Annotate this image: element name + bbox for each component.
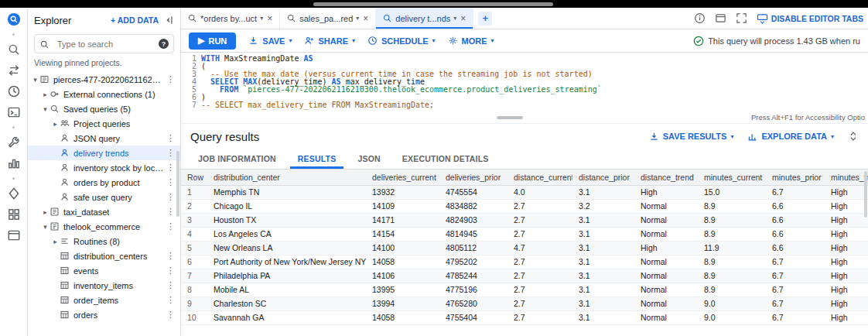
expander-icon[interactable]: ▾ [41,105,50,113]
tab-menu-caret-icon[interactable]: ▾ [356,15,359,22]
window-icon[interactable] [7,228,21,242]
close-tab-icon[interactable]: × [266,13,273,24]
tree-item-inventory-stock-by-location[interactable]: inventory stock by location⋮ [28,160,180,175]
analytics-icon[interactable] [7,156,21,170]
search-help-icon[interactable]: ? [159,39,169,49]
kebab-menu-icon[interactable]: ⋮ [164,251,177,261]
add-data-button[interactable]: + ADD DATA [111,15,159,25]
column-header-minutes-prior[interactable]: minutes_prior [766,170,825,185]
disable-editor-tabs-button[interactable]: DISABLE EDITOR TABS [757,12,863,24]
results-tab-results[interactable]: RESULTS [290,149,344,169]
expander-icon[interactable]: ▾ [31,76,39,84]
kebab-menu-icon[interactable]: ⋮ [164,74,177,84]
save-button[interactable]: SAVE▾ [248,36,292,46]
add-tab-button[interactable]: + [478,12,492,26]
more-button[interactable]: MORE▾ [448,36,494,46]
info-icon[interactable] [694,12,706,24]
column-header-row[interactable]: Row [181,170,207,185]
save-results-button[interactable]: SAVE RESULTS▾ [649,132,734,142]
collapse-panel-icon[interactable] [163,15,174,26]
more-label: MORE [462,36,487,46]
column-header-distance-current[interactable]: distance_current [507,170,572,185]
history-icon[interactable] [7,84,21,98]
column-header-deliveries-current[interactable]: deliveries_current [366,170,439,185]
fullscreen-icon[interactable] [736,12,747,24]
expander-icon[interactable]: ▸ [51,238,60,245]
grid-icon[interactable] [7,207,21,221]
kebab-menu-icon[interactable]: ⋮ [164,221,177,231]
tree-item-distribution-centers[interactable]: distribution_centers⋮ [28,249,180,263]
column-header-minutes-trend[interactable]: minutes_trend [825,170,868,185]
tree-item-events[interactable]: events⋮ [28,263,180,278]
transfer-icon[interactable] [7,63,21,77]
tree-item-orders-by-product[interactable]: orders by product⋮ [28,175,180,190]
expander-icon[interactable]: ▸ [41,91,50,98]
explore-data-button[interactable]: EXPLORE DATA▾ [747,132,834,142]
share-button[interactable]: SHARE▾ [304,36,355,46]
tree-item-orders[interactable]: orders⋮ [28,307,180,322]
column-header-minutes-current[interactable]: minutes_current [698,170,766,185]
explorer-scrollbar[interactable] [176,151,179,217]
sql-code[interactable]: WITH MaxStreamingDate AS( -- Use the max… [201,55,868,111]
table-cell: Mobile AL [207,283,366,297]
table-cell: 2.7 [507,255,572,269]
results-tab-execution-details[interactable]: EXECUTION DETAILS [395,149,497,169]
explorer-search[interactable]: ? [34,34,174,53]
expander-icon[interactable]: ▸ [41,208,50,216]
table-cell: Normal [634,227,698,241]
bigquery-logo[interactable] [7,12,21,26]
editor-tab-orders-by-uct[interactable]: *orders by...uct▾× [181,8,280,29]
results-tab-job-information[interactable]: JOB INFORMATION [190,149,284,169]
close-tab-icon[interactable]: × [362,13,369,24]
tree-item-external-connections-1[interactable]: ▸External connections (1) [28,87,180,101]
table-cell: Los Angeles CA [207,227,366,241]
tab-menu-caret-icon[interactable]: ▾ [453,15,456,22]
search-input[interactable] [57,39,155,49]
column-header-distribution-center[interactable]: distribution_center [207,170,366,185]
editor-tab-sales-pa-red[interactable]: sales_pa...red▾× [280,8,376,29]
kebab-menu-icon[interactable]: ⋮ [164,192,177,202]
query-person-icon [60,148,70,158]
editor-tab-delivery-t-nds[interactable]: delivery t...nds▾× [376,8,473,29]
tree-item-saved-queries-5[interactable]: ▾Saved queries (5) [28,101,180,116]
kebab-menu-icon[interactable]: ⋮ [164,295,177,305]
tree-item-order-items[interactable]: order_items⋮ [28,293,180,307]
close-tab-icon[interactable]: × [460,13,466,24]
column-header-distance-trend[interactable]: distance_trend [634,170,698,185]
kebab-menu-icon[interactable]: ⋮ [164,266,177,276]
results-tab-json[interactable]: JSON [350,149,388,169]
tree-item-json-query[interactable]: JSON query⋮ [28,131,180,146]
kebab-menu-icon[interactable]: ⋮ [164,280,177,290]
tab-menu-caret-icon[interactable]: ▾ [260,15,263,22]
tree-item-pierces-477-2022062116210300[interactable]: ▾pierces-477-2022062116210300⋮ [28,72,180,87]
tree-item-routines-8[interactable]: ▸Routines (8) [28,234,180,249]
column-header-distance-prior[interactable]: distance_prior [572,170,634,185]
tree-item-delivery-trends[interactable]: delivery trends⋮ [28,146,180,160]
tree-item-project-queries[interactable]: ▸Project queries [28,116,180,131]
search-icon[interactable] [7,43,21,57]
tree-item-safe-user-query[interactable]: safe user query⋮ [28,190,180,204]
session-icon[interactable] [7,105,21,119]
kebab-menu-icon[interactable]: ⋮ [164,207,177,217]
expander-icon[interactable]: ▾ [41,223,50,231]
table-cell: 13994 [366,297,439,310]
bi-engine-icon[interactable] [7,187,21,201]
schedule-button[interactable]: SCHEDULE▾ [367,36,436,46]
results-scrollbar[interactable] [864,171,867,218]
tree-item-taxi-dataset[interactable]: ▸taxi_dataset⋮ [28,204,180,219]
expander-icon[interactable]: ▸ [51,120,60,128]
kebab-menu-icon[interactable]: ⋮ [164,163,177,173]
kebab-menu-icon[interactable]: ⋮ [164,310,177,320]
editor-horizontal-scrollbar[interactable] [497,116,523,119]
kebab-menu-icon[interactable]: ⋮ [164,133,177,143]
kebab-menu-icon[interactable]: ⋮ [164,148,177,158]
column-header-deliveries-prior[interactable]: deliveries_prior [439,170,507,185]
sql-editor[interactable]: 1234567 WITH MaxStreamingDate AS( -- Use… [181,53,868,111]
wrench-icon[interactable] [7,135,21,149]
run-button[interactable]: ▶ RUN [189,33,236,50]
editor-panel-icon[interactable] [715,12,726,24]
tree-item-thelook-ecommerce[interactable]: ▾thelook_ecommerce⋮ [28,219,180,234]
kebab-menu-icon[interactable]: ⋮ [164,177,177,187]
tree-item-inventory-items[interactable]: inventory_items⋮ [28,278,180,293]
collapse-results-icon[interactable] [848,131,859,142]
